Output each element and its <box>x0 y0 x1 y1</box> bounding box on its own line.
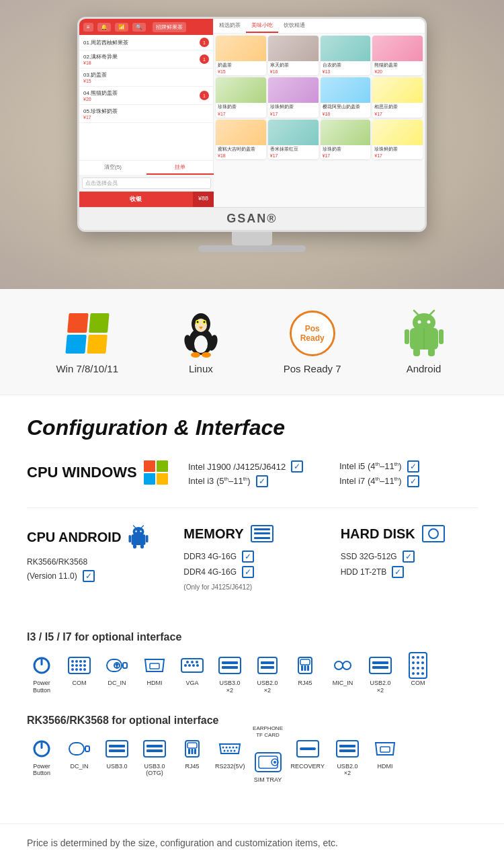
svg-rect-31 <box>146 535 149 542</box>
cpu-android-options: RK3566/RK3568 (Version 11.0) ✓ <box>27 557 163 582</box>
svg-rect-35 <box>41 659 43 665</box>
svg-point-59 <box>196 664 199 667</box>
memory-block: MEMORY DDR3 4G-16G ✓ DDR4 4G-16G ✓ <box>183 525 320 591</box>
cpu-android-header: CPU ANDROID <box>27 525 163 549</box>
iface-mic-in: MIC_IN <box>328 654 358 687</box>
iface-usb3-label: USB3.0×2 <box>219 680 240 694</box>
checkbox-2: ✓ <box>407 460 419 473</box>
hdmi-icon <box>141 654 168 677</box>
svg-point-46 <box>75 668 78 671</box>
svg-rect-22 <box>428 348 435 356</box>
price-note-text: Price is determined by the size, configu… <box>27 838 338 848</box>
os-section: Win 7/8/10/11 <box>0 289 504 395</box>
svg-point-15 <box>417 321 421 324</box>
windows-label: Win 7/8/10/11 <box>56 363 118 374</box>
svg-point-119 <box>274 761 276 764</box>
iface-usb3: USB3.0×2 <box>215 654 245 694</box>
cpu-option-text-3: Intel i7 (4th–11th) <box>339 476 402 486</box>
svg-point-115 <box>234 749 236 751</box>
monitor-base <box>198 245 306 252</box>
svg-point-91 <box>421 672 424 675</box>
hdd-checkbox-1: ✓ <box>392 566 404 578</box>
android-version: (Version 11.0) ✓ <box>27 570 163 582</box>
svg-rect-73 <box>300 659 310 665</box>
svg-rect-64 <box>222 661 238 664</box>
svg-rect-93 <box>41 742 43 749</box>
memory-option-1: DDR4 4G-16G ✓ (Only for J4125/J6412) <box>183 566 320 591</box>
hard-disk-header: HARD DISK <box>341 525 477 542</box>
android-icon <box>400 309 448 358</box>
iface-rk-dc: DC_IN <box>65 737 94 770</box>
os-item-windows: Win 7/8/10/11 <box>56 309 118 374</box>
usb3-icon <box>216 654 243 677</box>
i3-icons: PowerButton <box>27 654 477 694</box>
iface-rk-simtray-label: SIM TRAY <box>254 776 282 784</box>
svg-point-57 <box>188 664 191 667</box>
svg-point-87 <box>417 667 419 669</box>
cpu-option-text-2: Intel i5 (4th–11th) <box>339 461 402 471</box>
svg-rect-20 <box>439 329 444 344</box>
hard-disk-block: HARD DISK SSD 32G-512G ✓ HDD 1T-2TB ✓ <box>341 525 477 578</box>
hard-disk-options: SSD 32G-512G ✓ HDD 1T-2TB ✓ <box>341 550 477 578</box>
svg-line-29 <box>142 526 144 528</box>
iface-rk-usb3-otg-label: USB3.0(OTG) <box>144 763 165 778</box>
rk-usb3-icon <box>103 737 130 760</box>
svg-rect-32 <box>133 544 136 548</box>
hdd-option-0: SSD 32G-512G ✓ <box>341 550 477 563</box>
svg-rect-71 <box>304 665 306 671</box>
cpu-windows-label: CPU WINDOWS <box>27 460 175 485</box>
svg-point-43 <box>79 664 82 667</box>
price-note: Price is determined by the size, configu… <box>0 823 504 857</box>
windows-small-icon <box>144 460 168 485</box>
svg-point-25 <box>133 527 144 536</box>
svg-point-38 <box>75 660 78 663</box>
posready-text: PosReady <box>300 324 325 343</box>
iface-usb2-2: USB2.0×2 <box>366 654 395 694</box>
svg-point-9 <box>191 352 200 358</box>
svg-point-10 <box>202 352 211 358</box>
svg-rect-50 <box>123 663 127 668</box>
os-item-android: Android <box>400 309 448 374</box>
svg-line-28 <box>134 526 136 528</box>
svg-point-85 <box>421 661 424 664</box>
svg-rect-105 <box>194 749 196 754</box>
svg-rect-104 <box>192 749 194 754</box>
memory-option-text-0: DDR3 4G-16G <box>183 552 237 561</box>
iface-dc-in: DC_IN <box>102 654 132 687</box>
svg-point-107 <box>222 746 224 748</box>
cpu-android-block: CPU ANDROID RK3566/RK3568 <box>27 525 163 582</box>
monitor-stand <box>232 232 272 245</box>
svg-line-17 <box>414 311 418 315</box>
iface-rk-rs232: RS232(5V) <box>215 737 245 770</box>
monitor-container: ≡🔔📶🔍 招牌鲜果茶 01.周若西柚鲜果茶 1 02.满杯奇异果¥18 1 <box>77 17 427 252</box>
monitor-body: ≡🔔📶🔍 招牌鲜果茶 01.周若西柚鲜果茶 1 02.满杯奇异果¥18 1 <box>77 17 427 232</box>
svg-rect-76 <box>370 657 391 674</box>
svg-point-112 <box>224 749 226 751</box>
com-icon-2 <box>405 654 431 677</box>
iface-rk-recovery-label: RECOVERY <box>291 763 325 770</box>
svg-point-62 <box>196 661 198 663</box>
svg-point-89 <box>412 672 415 675</box>
svg-point-109 <box>229 746 231 748</box>
svg-rect-33 <box>140 544 144 548</box>
iface-com-label-2: COM <box>411 680 425 687</box>
svg-rect-63 <box>219 657 241 674</box>
iface-rk-simtray: EARPHONETF CARD SIM TRAY <box>253 751 283 784</box>
rk-recovery-icon <box>294 737 321 760</box>
android-checkbox: ✓ <box>83 570 95 582</box>
interface-section: I3 / I5 / I7 for optional interface Powe… <box>0 631 504 823</box>
svg-point-48 <box>83 668 86 671</box>
divider-1 <box>27 507 477 508</box>
cpu-option-text-0: Intel J1900 /J4125/J6412 <box>188 462 286 472</box>
iface-usb2-1: USB2.0×2 <box>253 654 282 694</box>
android-version-text: (Version 11.0) <box>27 571 77 581</box>
iface-rk-usb3: USB3.0 <box>102 737 132 770</box>
svg-rect-95 <box>85 746 89 751</box>
hdd-text-1: HDD 1T-2TB <box>341 567 387 577</box>
iface-rk-rs232-label: RS232(5V) <box>215 763 245 770</box>
rj45-icon <box>292 654 319 677</box>
iface-rk-usb2: USB2.0×2 <box>333 737 362 778</box>
svg-rect-123 <box>339 745 355 747</box>
svg-rect-70 <box>301 665 303 671</box>
cpu-option-3: Intel i7 (4th–11th) ✓ <box>339 475 477 487</box>
